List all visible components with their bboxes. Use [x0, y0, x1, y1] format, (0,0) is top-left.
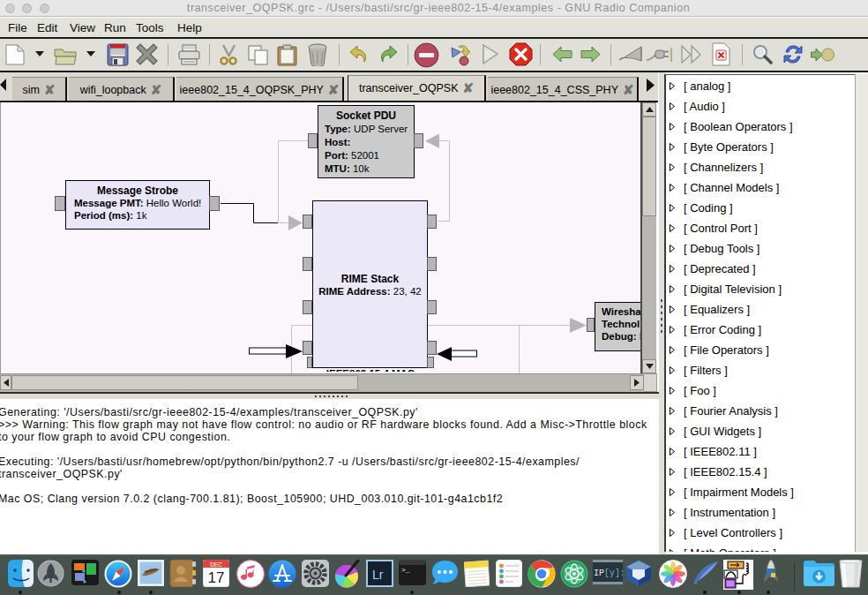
- svg-text:IP[y]:: IP[y]:: [594, 569, 623, 578]
- svg-text:>_: >_: [401, 566, 410, 574]
- svg-text:17: 17: [208, 569, 225, 586]
- svg-text:DEC: DEC: [210, 561, 222, 568]
- svg-text:Lr: Lr: [372, 568, 384, 582]
